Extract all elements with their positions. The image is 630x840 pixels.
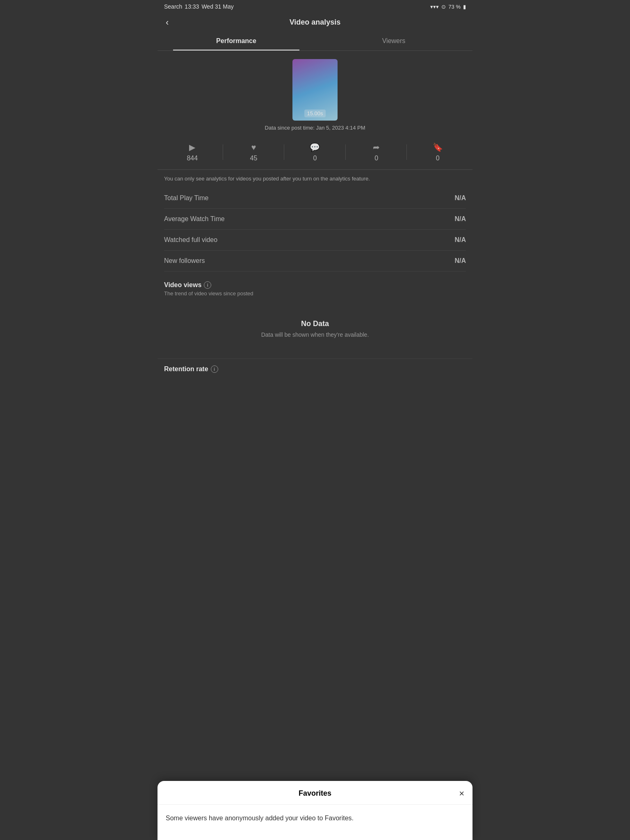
bottom-sheet-content: Some viewers have anonymously added your… <box>158 805 472 840</box>
close-bottom-sheet-button[interactable]: × <box>457 787 466 801</box>
favorites-description: Some viewers have anonymously added your… <box>166 813 464 824</box>
bottom-sheet-title: Favorites <box>299 789 331 798</box>
bottom-sheet-header: Favorites × <box>158 781 472 805</box>
favorites-bottom-sheet: Favorites × Some viewers have anonymousl… <box>158 781 472 840</box>
dim-overlay <box>158 0 472 840</box>
